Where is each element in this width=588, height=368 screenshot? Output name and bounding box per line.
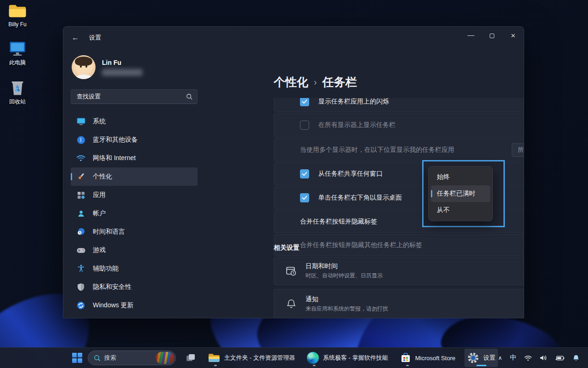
sidebar-item-personalization[interactable]: 个性化: [71, 167, 198, 186]
accessibility-icon: [76, 264, 85, 273]
back-button[interactable]: ←: [68, 30, 83, 45]
tray-expand-chevron[interactable]: ∧: [498, 355, 502, 361]
sidebar-item-accounts[interactable]: 帐户: [71, 204, 198, 223]
checkbox-checked[interactable]: [300, 193, 309, 202]
taskbar-search-box[interactable]: 搜索: [88, 351, 176, 365]
sidebar-item-label: 帐户: [93, 209, 106, 218]
sidebar-item-label: 蓝牙和其他设备: [93, 136, 138, 144]
volume-tray-icon[interactable]: [540, 355, 548, 361]
checkbox-checked[interactable]: [300, 169, 309, 178]
related-item-title: 日期和时间: [305, 262, 524, 270]
windows-taskbar: 搜索 主文件夹 - 文件资源管理器 系统极客 - 掌握软件技能 Microsof…: [0, 347, 588, 368]
breadcrumb-separator: ›: [314, 77, 317, 87]
sidebar-item-gaming[interactable]: 游戏: [71, 241, 198, 259]
account-icon: [76, 209, 85, 218]
task-view-button[interactable]: [182, 349, 199, 367]
setting-label: 从任务栏共享任何窗口: [318, 170, 383, 178]
sidebar-item-label: 个性化: [93, 172, 112, 181]
search-icon: [186, 93, 192, 100]
window-controls: — ×: [460, 27, 524, 45]
settings-search-input[interactable]: 查找设置: [71, 89, 198, 104]
desktop-icon-billy-fu[interactable]: Billy Fu: [3, 3, 32, 28]
desktop-icon-this-pc[interactable]: 此电脑: [3, 40, 32, 67]
running-indicator: [406, 365, 409, 366]
taskbar-app-edge[interactable]: 系统极客 - 掌握软件技能: [304, 349, 391, 367]
checkbox-checked[interactable]: [300, 98, 309, 106]
flyout-option-never[interactable]: 从不: [431, 202, 490, 218]
sidebar-item-bluetooth-devices[interactable]: ᛒ 蓝牙和其他设备: [71, 131, 198, 149]
checkbox-unchecked[interactable]: [300, 121, 309, 130]
taskbar-app-microsoft-store[interactable]: Microsoft Store: [397, 349, 458, 367]
folder-icon: [8, 3, 27, 19]
edge-icon: [307, 352, 319, 364]
desktop-icon-label: 回收站: [9, 98, 26, 106]
flyout-option-always[interactable]: 始终: [431, 169, 490, 185]
settings-sidebar: Lin Fu 查找设置 系统 ᛒ 蓝牙和其他设备 网络和 Internet: [63, 49, 205, 318]
breadcrumb: 个性化 › 任务栏: [274, 75, 357, 90]
sidebar-item-system[interactable]: 系统: [71, 112, 198, 131]
ime-indicator[interactable]: 中: [510, 354, 516, 362]
search-placeholder: 查找设置: [77, 92, 186, 101]
apps-icon: [76, 190, 85, 200]
avatar: [72, 55, 96, 79]
desktop-icon-recycle-bin[interactable]: 回收站: [3, 80, 32, 106]
sidebar-item-privacy-security[interactable]: 隐私和安全性: [71, 278, 198, 296]
related-date-time-card[interactable]: 日期和时间 时区、自动时钟设置、日历显示 ›: [274, 257, 524, 285]
running-indicator: [214, 365, 217, 366]
sidebar-item-time-language[interactable]: 时间和语言: [71, 223, 198, 241]
setting-row-show-taskbar-all-displays[interactable]: 在所有显示器上显示任务栏: [274, 113, 524, 138]
combine-buttons-flyout: 始终 任务栏已满时 从不: [428, 166, 493, 221]
related-settings-header: 相关设置: [274, 244, 300, 252]
taskbar-app-settings[interactable]: 设置: [464, 349, 498, 367]
desktop-icon-list: Billy Fu 此电脑 回收站: [3, 3, 32, 106]
notifications-bell-icon: [285, 298, 297, 310]
microsoft-store-icon: [400, 352, 411, 363]
sidebar-item-label: Windows 更新: [93, 301, 134, 310]
setting-label: 合并任务栏按钮并隐藏其他任务栏上的标签: [300, 241, 422, 249]
taskbar-app-file-explorer[interactable]: 主文件夹 - 文件资源管理器: [205, 349, 298, 367]
minimize-button[interactable]: —: [460, 27, 481, 45]
start-button[interactable]: [72, 351, 83, 365]
settings-window: ← 设置 — × Lin Fu 查找设置 系统: [63, 26, 524, 318]
file-explorer-icon: [208, 353, 220, 363]
close-button[interactable]: ×: [503, 27, 524, 45]
search-icon: [94, 355, 101, 362]
breadcrumb-personalization[interactable]: 个性化: [274, 75, 308, 90]
wifi-icon: [76, 154, 85, 163]
titlebar: ← 设置: [63, 27, 524, 49]
settings-gear-icon: [467, 352, 479, 364]
recycle-bin-icon: [8, 80, 27, 96]
setting-row-multi-display-apps[interactable]: 当使用多个显示器时，在以下位置显示我的任务栏应用 所有任务栏 ∨: [274, 138, 524, 161]
desktop-icon-label: Billy Fu: [8, 21, 26, 28]
setting-label: 当使用多个显示器时，在以下位置显示我的任务栏应用: [300, 146, 454, 154]
setting-row-combine-buttons-other[interactable]: 合并任务栏按钮并隐藏其他任务栏上的标签: [274, 234, 524, 256]
personalization-brush-icon: [76, 172, 85, 181]
desktop-icon-label: 此电脑: [9, 59, 26, 67]
sidebar-item-label: 时间和语言: [93, 228, 125, 236]
profile-section[interactable]: Lin Fu: [72, 55, 198, 79]
taskbar-app-label: 系统极客 - 掌握软件技能: [323, 354, 388, 362]
taskbar-location-select[interactable]: 所有任务栏 ∨: [512, 143, 524, 157]
battery-tray-icon[interactable]: [555, 355, 565, 361]
setting-row-taskbar-flash[interactable]: 显示任务栏应用上的闪烁: [274, 98, 524, 112]
flyout-option-when-full[interactable]: 任务栏已满时: [431, 185, 490, 202]
sidebar-item-accessibility[interactable]: 辅助功能: [71, 259, 198, 278]
profile-email-blurred: [102, 69, 142, 76]
setting-label: 显示任务栏应用上的闪烁: [318, 98, 389, 106]
setting-label: 合并任务栏按钮并隐藏标签: [300, 218, 377, 226]
monitor-icon: [8, 40, 27, 57]
page-title: 任务栏: [322, 75, 357, 90]
bluetooth-icon: ᛒ: [76, 135, 85, 144]
taskbar-app-label: 设置: [483, 354, 495, 362]
sidebar-item-windows-update[interactable]: Windows 更新: [71, 296, 198, 315]
notification-bell-icon[interactable]: [572, 354, 580, 362]
related-notifications-card[interactable]: 通知 来自应用和系统的警报，请勿打扰 ›: [274, 289, 524, 318]
sidebar-item-network-internet[interactable]: 网络和 Internet: [71, 149, 198, 167]
maximize-button[interactable]: [481, 27, 503, 45]
setting-label: 单击任务栏右下角以显示桌面: [318, 194, 402, 202]
profile-name: Lin Fu: [102, 59, 142, 66]
wifi-tray-icon[interactable]: [524, 355, 532, 361]
sidebar-item-label: 隐私和安全性: [93, 283, 131, 291]
sidebar-item-apps[interactable]: 应用: [71, 186, 198, 204]
sidebar-item-label: 辅助功能: [93, 264, 119, 273]
